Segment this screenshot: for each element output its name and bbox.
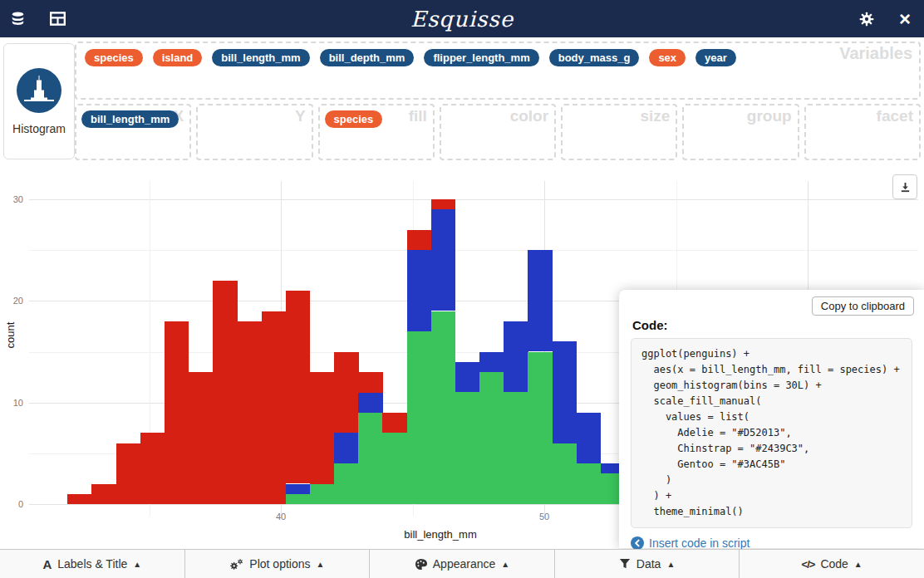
hist-bar-adelie <box>140 433 165 504</box>
hist-bar-chinstrap <box>286 484 311 494</box>
copy-to-clipboard-button[interactable]: Copy to clipboard <box>812 296 914 316</box>
hist-bar-adelie <box>407 230 432 251</box>
x-major-gridline <box>544 181 545 516</box>
hist-bar-chinstrap <box>334 433 359 463</box>
x-major-gridline <box>281 181 282 516</box>
aes-dropzone-facet[interactable]: facet <box>804 104 921 160</box>
hist-bar-adelie <box>67 494 92 504</box>
aes-zone-label-fill: fill <box>409 107 427 125</box>
collapse-button-appearance[interactable]: Appearance▲ <box>369 550 554 578</box>
collapse-button-code[interactable]: </>Code▲ <box>739 550 924 578</box>
geom-selector-histogram[interactable]: Histogram <box>3 43 75 159</box>
aes-zone-label-size: size <box>640 107 670 125</box>
esquisse-app: Esquisse × <box>0 0 924 578</box>
hist-bar-chinstrap <box>455 362 480 393</box>
hist-bar-gentoo <box>479 372 504 504</box>
hist-bar-adelie <box>262 311 287 504</box>
code-heading: Code: <box>632 318 912 332</box>
hist-bar-gentoo <box>431 311 456 504</box>
download-icon <box>899 181 912 193</box>
variable-pill-island[interactable]: island <box>153 49 203 66</box>
hist-bar-adelie <box>431 199 456 209</box>
hist-bar-adelie <box>116 443 141 504</box>
aes-pill-species[interactable]: species <box>325 110 383 128</box>
hist-bar-adelie <box>91 484 116 505</box>
caret-up-icon: ▲ <box>317 560 325 569</box>
chart-builder: Histogram Variables speciesislandbill_le… <box>0 37 924 166</box>
hist-bar-chinstrap <box>553 341 578 443</box>
arrow-left-circle-icon <box>631 536 644 550</box>
hist-bar-gentoo <box>528 352 553 505</box>
histogram-icon <box>16 67 62 114</box>
variable-pill-species[interactable]: species <box>85 49 143 66</box>
code-block: ggplot(penguins) + aes(x = bill_length_m… <box>631 338 912 528</box>
close-icon[interactable]: × <box>891 0 919 37</box>
collapse-button-plot-options[interactable]: Plot options▲ <box>184 550 370 578</box>
variable-pill-year[interactable]: year <box>695 49 736 66</box>
gears-icon <box>229 558 243 571</box>
variable-pill-bill_length_mm[interactable]: bill_length_mm <box>212 49 309 66</box>
x-minor-gridline <box>150 181 150 516</box>
app-title: Esquisse <box>0 0 924 37</box>
collapse-button-data[interactable]: Data▲ <box>554 550 740 578</box>
y-major-gridline <box>29 199 918 200</box>
hist-bar-gentoo <box>455 392 480 504</box>
text-icon: A <box>42 557 52 571</box>
aes-zone-label-y: Y <box>295 107 306 125</box>
variable-pill-row: speciesislandbill_length_mmbill_depth_mm… <box>76 43 919 72</box>
variable-pill-sex[interactable]: sex <box>649 49 686 66</box>
download-plot-button[interactable] <box>892 174 917 199</box>
y-tick-label: 10 <box>2 398 23 408</box>
hist-bar-chinstrap <box>358 392 383 413</box>
variable-pill-flipper_length_mm[interactable]: flipper_length_mm <box>424 49 538 66</box>
hist-bar-chinstrap <box>577 413 602 463</box>
hist-bar-adelie <box>382 413 407 434</box>
hist-bar-adelie <box>213 281 238 504</box>
gear-icon <box>859 12 874 27</box>
insert-code-link[interactable]: Insert code in script <box>631 536 912 550</box>
navbar: Esquisse × <box>0 0 924 37</box>
hist-bar-adelie <box>165 321 189 504</box>
hist-bar-gentoo <box>358 413 383 504</box>
aes-dropzone-fill[interactable]: fillspecies <box>318 104 435 160</box>
hist-bar-adelie <box>310 372 335 484</box>
caret-up-icon: ▲ <box>666 560 675 569</box>
y-tick-label: 0 <box>2 499 23 509</box>
aes-zone-label-color: color <box>510 107 548 125</box>
palette-icon <box>415 558 427 571</box>
variable-pill-body_mass_g[interactable]: body_mass_g <box>549 49 640 66</box>
aes-dropzone-x[interactable]: Xbill_length_mm <box>75 104 191 160</box>
aes-dropzone-color[interactable]: color <box>440 104 556 160</box>
collapse-button-labels-title[interactable]: ALabels & Title▲ <box>0 550 184 578</box>
hist-bar-gentoo <box>310 484 335 505</box>
aes-zone-label-facet: facet <box>877 107 913 125</box>
gear-icon[interactable] <box>853 0 881 37</box>
code-panel: Copy to clipboard Code: ggplot(penguins)… <box>619 290 924 548</box>
hist-bar-gentoo <box>382 433 407 504</box>
insert-code-label: Insert code in script <box>649 536 750 550</box>
aes-dropzone-size[interactable]: size <box>561 104 677 160</box>
hist-bar-adelie <box>358 372 383 393</box>
hist-bar-gentoo <box>334 463 359 504</box>
aes-dropzone-group[interactable]: group <box>682 104 799 160</box>
aes-dropzone-y[interactable]: Y <box>196 104 312 160</box>
hist-bar-adelie <box>189 372 214 504</box>
collapse-button-label: Code <box>820 557 848 571</box>
aes-zone-label-group: group <box>747 107 792 125</box>
hist-bar-gentoo <box>504 392 528 504</box>
hist-bar-gentoo <box>577 463 602 504</box>
collapse-button-label: Data <box>636 557 661 571</box>
aes-pill-bill_length_mm[interactable]: bill_length_mm <box>81 110 179 128</box>
hist-bar-chinstrap <box>479 352 504 373</box>
hist-bar-chinstrap <box>407 250 432 331</box>
y-tick-label: 20 <box>2 296 23 306</box>
hist-bar-adelie <box>334 352 359 434</box>
y-tick-label: 30 <box>2 194 23 204</box>
variable-pill-bill_depth_mm[interactable]: bill_depth_mm <box>320 49 415 66</box>
collapse-button-label: Labels & Title <box>57 557 127 571</box>
y-axis-title: count <box>4 319 17 352</box>
variables-dropzone[interactable]: Variables speciesislandbill_length_mmbil… <box>75 42 921 100</box>
filter-icon <box>619 558 631 570</box>
hist-bar-gentoo <box>407 331 432 504</box>
y-minor-gridline <box>29 250 918 251</box>
